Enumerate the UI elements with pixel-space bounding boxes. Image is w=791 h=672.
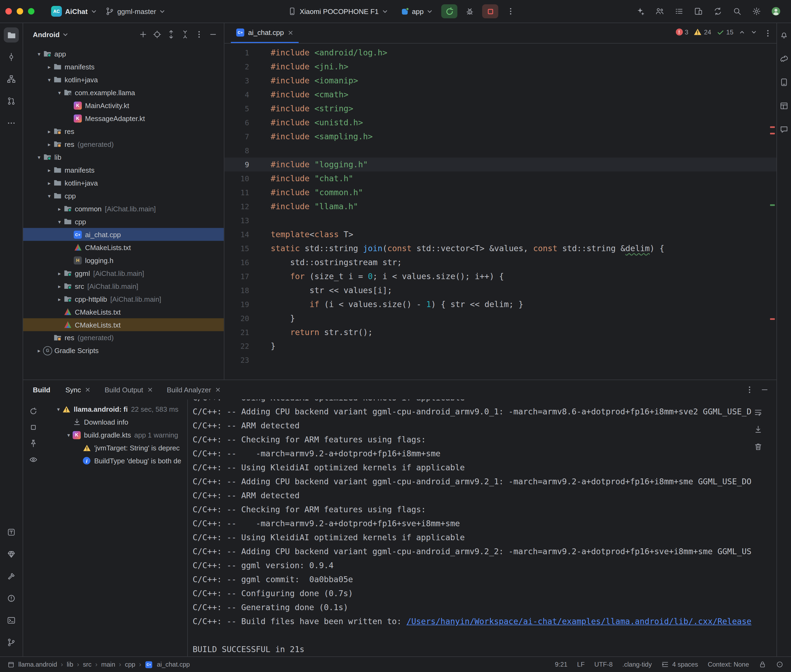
breadcrumb-item-lib[interactable]: lib [67, 661, 73, 668]
macos-zoom-button[interactable] [28, 8, 34, 14]
chevron-collapsed-icon[interactable]: ▸ [55, 283, 64, 289]
stop-build-icon[interactable] [27, 421, 40, 434]
code-line-23[interactable]: 23 [225, 353, 777, 367]
tree-item-res[interactable]: ▸res(generated) [23, 138, 224, 150]
build-tool-icon[interactable] [4, 569, 19, 584]
close-icon[interactable] [288, 30, 293, 35]
hide-panel-icon[interactable] [758, 383, 771, 396]
layout-inspector-icon[interactable] [778, 99, 791, 112]
settings-icon[interactable] [749, 4, 764, 19]
chevron-collapsed-icon[interactable]: ▸ [35, 347, 43, 354]
code-editor[interactable]: 1#include <android/log.h>2#include <jni.… [225, 43, 777, 380]
chevron-expanded-icon[interactable]: ▾ [55, 219, 64, 224]
chevron-expanded-icon[interactable]: ▾ [35, 154, 43, 160]
more-options-icon[interactable] [193, 28, 205, 41]
chevron-expanded-icon[interactable]: ▾ [45, 77, 53, 83]
tree-item-lib[interactable]: ▾lib [23, 150, 224, 163]
tree-item-messageadapter-kt[interactable]: KMessageAdapter.kt [23, 112, 224, 125]
chevron-collapsed-icon[interactable]: ▸ [45, 141, 53, 147]
tree-item-build-gradle-kts[interactable]: ▾Kbuild.gradle.ktsapp 1 warning [43, 428, 187, 441]
next-problem-icon[interactable] [751, 29, 757, 35]
device-selector[interactable]: Xiaomi POCOPHONE F1 [283, 5, 392, 17]
code-line-20[interactable]: 20 } [225, 311, 777, 325]
sync-icon[interactable] [710, 4, 725, 19]
problems-icon[interactable] [4, 591, 19, 606]
tree-item-ai-chat-cpp[interactable]: C+ai_chat.cpp [23, 228, 224, 241]
close-icon[interactable] [215, 387, 221, 392]
tree-item-gradle-scripts[interactable]: ▸GGradle Scripts [23, 344, 224, 357]
rerun-app-button[interactable] [441, 4, 457, 18]
code-line-1[interactable]: 1#include <android/log.h> [225, 46, 777, 60]
previous-problem-icon[interactable] [739, 29, 745, 35]
assistant-icon[interactable] [778, 123, 791, 136]
run-configuration-selector[interactable]: app [396, 6, 437, 17]
clear-all-icon[interactable] [752, 440, 765, 453]
code-line-19[interactable]: 19 if (i < values.size() - 1) { str << d… [225, 298, 777, 311]
tree-item-common[interactable]: ▸common[AiChat.lib.main] [23, 202, 224, 215]
terminal-icon[interactable] [4, 613, 19, 628]
editor-tab-ai-chat-cpp[interactable]: C+ ai_chat.cpp [231, 23, 298, 43]
indent-setting[interactable]: 4 spaces [661, 661, 698, 668]
scroll-to-end-icon[interactable] [752, 423, 765, 436]
tree-item-kotlin-java[interactable]: ▾kotlin+java [23, 73, 224, 86]
code-line-10[interactable]: 10#include "chat.h" [225, 171, 777, 186]
breadcrumb-item-llama-android[interactable]: llama.android [18, 661, 57, 668]
hide-panel-icon[interactable] [207, 28, 220, 41]
code-line-9[interactable]: 9#include "logging.h" [225, 158, 777, 171]
tree-item-com-example-llama[interactable]: ▾com.example.llama [23, 86, 224, 99]
tree-item-cmakelists-txt[interactable]: CMakeLists.txt [23, 241, 224, 254]
tree-item-cmakelists-txt[interactable]: CMakeLists.txt [23, 306, 224, 318]
build-tab-sync[interactable]: Sync [66, 386, 91, 394]
structure-icon[interactable] [4, 72, 19, 86]
console-link[interactable]: /Users/hanyin/Workspace/ai-chat/examples… [406, 617, 751, 626]
notifications-balloon-icon[interactable] [776, 661, 783, 668]
vcs-branch-selector[interactable]: ggml-master [101, 5, 170, 17]
project-view-selector[interactable]: Android [33, 30, 60, 38]
tree-item-cpp[interactable]: ▾cpp [23, 189, 224, 202]
commit-icon[interactable] [4, 50, 19, 64]
code-line-18[interactable]: 18 str << values[i]; [225, 283, 777, 298]
error-stripe-mark[interactable] [770, 126, 775, 128]
breadcrumb-item-src[interactable]: src [83, 661, 91, 668]
soft-wrap-icon[interactable] [752, 406, 765, 419]
ai-assistant-icon[interactable] [633, 4, 648, 19]
caret-position[interactable]: 9:21 [555, 661, 568, 668]
search-everywhere-icon[interactable] [730, 4, 745, 19]
tree-item-llama-android-fi[interactable]: ▾llama.android: fi22 sec, 583 ms [43, 403, 187, 416]
clang-tidy-widget[interactable]: .clang-tidy [622, 661, 651, 668]
notifications-icon[interactable] [778, 29, 791, 42]
project-selector[interactable]: AC AiChat [47, 4, 101, 18]
tree-item-download-info[interactable]: Download info [43, 416, 187, 428]
chevron-collapsed-icon[interactable]: ▸ [45, 180, 53, 186]
locate-file-icon[interactable] [151, 28, 164, 41]
code-with-me-icon[interactable] [652, 4, 667, 19]
change-stripe-mark[interactable] [770, 204, 775, 206]
expand-all-icon[interactable] [165, 28, 178, 41]
build-tab-build-analyzer[interactable]: Build Analyzer [167, 386, 221, 394]
build-console[interactable]: C/C++: -- Using KleidiAI optimized kerne… [188, 399, 777, 656]
code-line-22[interactable]: 22} [225, 339, 777, 353]
macos-close-button[interactable] [5, 8, 12, 14]
code-line-11[interactable]: 11#include "common.h" [225, 186, 777, 200]
lock-icon[interactable] [759, 661, 766, 668]
collapse-all-icon[interactable] [179, 28, 192, 41]
tree-item-ggml[interactable]: ▸ggml[AiChat.lib.main] [23, 267, 224, 280]
error-count[interactable]: ! 3 [675, 28, 688, 36]
app-quality-insights-icon[interactable] [4, 547, 19, 562]
code-line-7[interactable]: 7#include <sampling.h> [225, 130, 777, 144]
user-avatar-icon[interactable] [769, 4, 783, 19]
breadcrumb-item-ai-chat-cpp[interactable]: ai_chat.cpp [157, 661, 190, 668]
more-options-icon[interactable] [743, 383, 756, 396]
chevron-collapsed-icon[interactable]: ▸ [55, 270, 64, 276]
code-line-5[interactable]: 5#include <string> [225, 102, 777, 116]
error-stripe-mark[interactable] [770, 318, 775, 320]
pull-requests-icon[interactable] [4, 94, 19, 109]
chevron-expanded-icon[interactable]: ▾ [55, 90, 64, 96]
code-line-4[interactable]: 4#include <cmath> [225, 88, 777, 102]
run-more-options-button[interactable] [503, 4, 519, 18]
chevron-collapsed-icon[interactable]: ▸ [45, 128, 53, 134]
passed-count[interactable]: 15 [716, 28, 733, 36]
code-line-15[interactable]: 15static std::string join(const std::vec… [225, 242, 777, 256]
gradle-icon[interactable] [778, 52, 791, 65]
editor-more-options-icon[interactable] [764, 29, 772, 37]
